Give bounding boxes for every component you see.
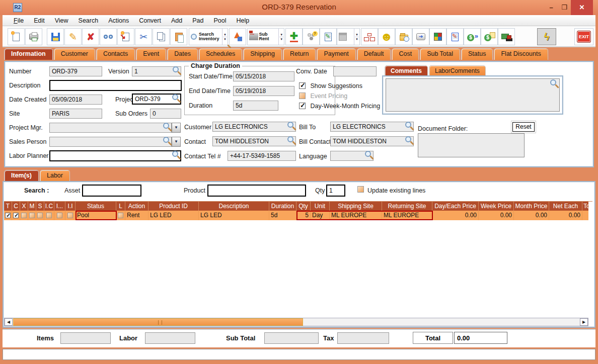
menu-file[interactable]: File: [9, 16, 29, 25]
calendar-button[interactable]: ▼▼: [337, 28, 360, 45]
row-action[interactable]: Rent: [125, 211, 148, 220]
sales-person-field[interactable]: [49, 137, 172, 147]
customer-field[interactable]: LG ELECTRONICS: [212, 122, 296, 132]
menu-actions[interactable]: Actions: [103, 16, 134, 25]
edit-button[interactable]: ✎: [64, 28, 82, 45]
project-lookup-icon[interactable]: [172, 94, 178, 100]
row-check-s[interactable]: [36, 211, 44, 220]
tab-status[interactable]: Status: [461, 48, 493, 60]
project-field[interactable]: ORD-379: [132, 94, 181, 105]
shapes-button[interactable]: [229, 28, 246, 45]
row-check-idots[interactable]: [54, 211, 65, 220]
row-shipping-site[interactable]: ML EUROPE: [330, 211, 382, 220]
row-tot[interactable]: [582, 211, 592, 220]
comments-lookup-icon[interactable]: [550, 79, 556, 85]
dwm-pricing-row[interactable]: Day-Week-Month Pricing: [299, 101, 380, 110]
row-check-m[interactable]: [28, 211, 36, 220]
tab-information[interactable]: Information: [4, 48, 53, 60]
tab-payment[interactable]: Payment: [317, 48, 355, 60]
row-net-each[interactable]: 0.00: [549, 211, 582, 220]
sub-rent-button[interactable]: Sub Rent ▼▼: [247, 28, 284, 45]
menu-pad[interactable]: Pad: [187, 16, 208, 25]
new-document-button[interactable]: [8, 28, 25, 45]
folder-history-button[interactable]: [395, 28, 412, 45]
bill-contact-field[interactable]: TOM HIDDLESTON: [330, 136, 414, 146]
col-s[interactable]: S: [36, 201, 44, 211]
row-duration[interactable]: 5d: [269, 211, 296, 220]
scroll-left-arrow[interactable]: ◀: [5, 318, 13, 326]
row-status[interactable]: Pool: [76, 211, 116, 220]
save-button[interactable]: [47, 28, 64, 45]
row-month-price[interactable]: 0.00: [514, 211, 549, 220]
key-action-button[interactable]: [412, 28, 429, 45]
col-duration[interactable]: Duration: [269, 201, 296, 211]
tab-flat-discounts[interactable]: Flat Discounts: [494, 48, 548, 60]
labor-planner-lookup-icon[interactable]: [172, 151, 178, 157]
row-check-l[interactable]: [116, 211, 125, 220]
menu-view[interactable]: View: [50, 16, 73, 25]
col-status[interactable]: Status: [76, 201, 116, 211]
show-suggestions-checkbox[interactable]: [299, 82, 306, 89]
tab-labor[interactable]: Labor: [40, 170, 70, 181]
col-ic[interactable]: I.C: [44, 201, 54, 211]
notes-button[interactable]: ✎: [320, 28, 337, 45]
language-field[interactable]: [330, 151, 373, 161]
menu-edit[interactable]: Edit: [29, 16, 50, 25]
money-note-button[interactable]: $: [481, 28, 498, 45]
project-mgr-field[interactable]: [49, 123, 172, 133]
row-product-id[interactable]: LG LED: [148, 211, 199, 220]
exit-button[interactable]: EXIT: [574, 28, 593, 45]
row-check-t[interactable]: [4, 211, 12, 220]
version-lookup-icon[interactable]: [173, 66, 179, 72]
show-suggestions-row[interactable]: Show Suggestions: [299, 81, 362, 90]
sales-person-dropdown[interactable]: ▼: [172, 137, 181, 147]
tab-return[interactable]: Return: [283, 48, 316, 60]
tab-shipping[interactable]: Shipping: [243, 48, 282, 60]
col-unit[interactable]: Unit: [311, 201, 330, 211]
copy-button[interactable]: [153, 28, 170, 45]
row-check-c[interactable]: [12, 211, 20, 220]
minimize-button[interactable]: –: [545, 0, 558, 15]
tab-dates[interactable]: Dates: [167, 48, 198, 60]
version-field[interactable]: 1: [132, 66, 181, 76]
search-inventory-dropdown[interactable]: ▼▼: [222, 29, 228, 45]
update-existing-lines-checkbox[interactable]: [357, 186, 364, 193]
col-m[interactable]: M: [28, 201, 36, 211]
col-action[interactable]: Action: [125, 201, 148, 211]
col-c[interactable]: C: [12, 201, 20, 211]
transfer-button[interactable]: ↘: [117, 28, 134, 45]
suggestions-button[interactable]: [303, 28, 320, 45]
row-qty[interactable]: 5: [296, 211, 311, 220]
tab-sub-total[interactable]: Sub Total: [420, 48, 460, 60]
col-idots[interactable]: I...: [54, 201, 65, 211]
tab-comments[interactable]: Comments: [385, 65, 428, 76]
asset-input[interactable]: [82, 185, 141, 197]
tab-customer[interactable]: Customer: [54, 48, 95, 60]
tab-labor-comments[interactable]: LaborComments: [429, 65, 486, 76]
row-check-ic[interactable]: [44, 211, 54, 220]
paste-button[interactable]: [170, 28, 187, 45]
print-button[interactable]: [25, 28, 42, 45]
col-qty[interactable]: Qty: [296, 201, 311, 211]
contact-lookup-icon[interactable]: [287, 136, 293, 142]
col-tot[interactable]: Tot: [582, 201, 592, 211]
search-inventory-button[interactable]: SearchInventory ▼▼: [189, 28, 228, 45]
maximize-button[interactable]: ❒: [558, 0, 571, 15]
project-mgr-lookup-icon[interactable]: [163, 123, 169, 129]
col-month-price[interactable]: Month Price: [514, 201, 549, 211]
org-chart-button[interactable]: [361, 28, 378, 45]
row-unit[interactable]: Day: [311, 211, 330, 220]
row-returning-site[interactable]: ML EUROPE: [382, 211, 432, 220]
scroll-right-arrow[interactable]: ▶: [580, 318, 588, 326]
sales-person-lookup-icon[interactable]: [163, 137, 169, 143]
calendar-dropdown[interactable]: ▼▼: [354, 29, 359, 45]
col-returning-site[interactable]: Returning Site: [382, 201, 432, 211]
tab-default[interactable]: Default: [357, 48, 391, 60]
cubes-button[interactable]: [429, 28, 446, 45]
table-row[interactable]: Pool Rent LG LED LG LED 5d 5 Day ML EURO…: [4, 211, 588, 220]
row-week-price[interactable]: 0.00: [479, 211, 514, 220]
col-product-id[interactable]: Product ID: [148, 201, 199, 211]
comments-textarea[interactable]: [386, 78, 560, 112]
row-check-ii[interactable]: [65, 211, 76, 220]
tab-schedules[interactable]: Schedules: [199, 48, 242, 60]
